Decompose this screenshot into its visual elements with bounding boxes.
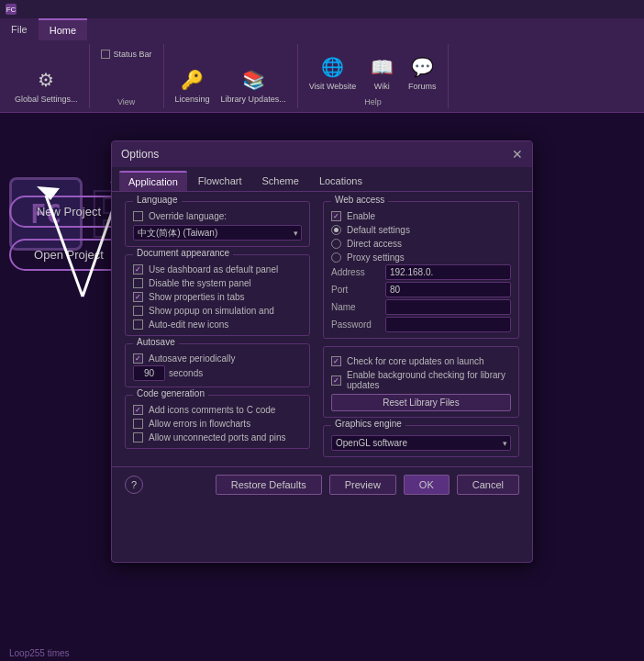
appearance-checkbox-4[interactable] bbox=[133, 319, 143, 330]
autosave-seconds-row: seconds bbox=[133, 365, 302, 381]
app-icon: FC bbox=[6, 4, 17, 15]
autosave-seconds-input[interactable] bbox=[133, 365, 165, 381]
tab-application[interactable]: Application bbox=[119, 171, 187, 191]
licensing-button[interactable]: 🔑 Licensing bbox=[172, 63, 214, 106]
radio-direct[interactable] bbox=[331, 239, 341, 249]
radio-direct-field: Direct access bbox=[331, 239, 511, 249]
code-gen-checkbox-2[interactable] bbox=[133, 432, 143, 443]
appearance-checkbox-1[interactable] bbox=[133, 278, 143, 288]
cancel-button[interactable]: Cancel bbox=[457, 475, 519, 495]
radio-default-label: Default settings bbox=[347, 225, 410, 235]
licensing-items: 🔑 Licensing 📚 Library Updates... bbox=[172, 63, 290, 106]
code-gen-checkbox-0[interactable]: ✓ bbox=[133, 405, 143, 415]
radio-direct-label: Direct access bbox=[347, 239, 402, 249]
status-bar-button[interactable]: Status Bar bbox=[97, 48, 156, 61]
main-area: FC FLOWCODE New Project Open Project Loo… bbox=[0, 113, 644, 661]
code-gen-checkbox-1[interactable] bbox=[133, 419, 143, 429]
enable-bg-label: Enable background checking for library u… bbox=[347, 370, 511, 390]
enable-checkbox[interactable]: ✓ bbox=[331, 211, 341, 221]
autosave-label: Autosave periodically bbox=[149, 353, 236, 364]
global-items: ⚙ Global Settings... bbox=[11, 63, 82, 106]
library-updates-icon: 📚 bbox=[239, 65, 268, 95]
group-licensing: 🔑 Licensing 📚 Library Updates... bbox=[168, 44, 298, 108]
check-core-field: ✓ Check for core updates on launch bbox=[331, 356, 511, 366]
restore-defaults-button[interactable]: Restore Defaults bbox=[216, 475, 322, 495]
tab-flowchart[interactable]: Flowchart bbox=[189, 171, 251, 191]
global-settings-button[interactable]: ⚙ Global Settings... bbox=[11, 63, 82, 106]
forums-button[interactable]: 💬 Forums bbox=[404, 50, 440, 94]
visit-website-button[interactable]: 🌐 Visit Website bbox=[305, 50, 361, 94]
address-input[interactable] bbox=[385, 264, 511, 280]
web-access-title: Web access bbox=[331, 195, 388, 205]
password-input[interactable] bbox=[385, 317, 511, 332]
language-title: Language bbox=[133, 195, 182, 205]
address-label: Address bbox=[331, 267, 382, 277]
reset-library-button[interactable]: Reset Library Files bbox=[331, 394, 511, 411]
dialog-close-button[interactable]: ✕ bbox=[512, 147, 523, 162]
override-language-label: Override language: bbox=[149, 211, 227, 221]
tab-scheme[interactable]: Scheme bbox=[253, 171, 308, 191]
autosave-field: ✓ Autosave periodically bbox=[133, 353, 302, 364]
preview-button[interactable]: Preview bbox=[329, 475, 396, 495]
library-updates-button[interactable]: 📚 Library Updates... bbox=[217, 63, 290, 106]
password-label: Password bbox=[331, 319, 382, 330]
radio-proxy-field: Proxy settings bbox=[331, 252, 511, 263]
override-language-checkbox[interactable] bbox=[133, 211, 143, 221]
help-button[interactable]: ? bbox=[125, 476, 143, 494]
port-label: Port bbox=[331, 285, 382, 295]
port-input[interactable] bbox=[385, 282, 511, 297]
language-select-wrapper: 中文(简体) (Taiwan) ▾ bbox=[133, 225, 302, 241]
autosave-section: Autosave ✓ Autosave periodically seconds bbox=[125, 343, 310, 387]
address-row: Address bbox=[331, 264, 511, 280]
appearance-label-2: Show properties in tabs bbox=[149, 292, 245, 302]
enable-bg-checkbox[interactable]: ✓ bbox=[331, 375, 341, 386]
radio-proxy[interactable] bbox=[331, 252, 341, 263]
name-row: Name bbox=[331, 299, 511, 315]
enable-bg-field: ✓ Enable background checking for library… bbox=[331, 370, 511, 390]
language-section: Language Override language: 中文(简体) (Taiw… bbox=[125, 201, 310, 247]
appearance-item-2: ✓ Show properties in tabs bbox=[133, 292, 302, 302]
language-select[interactable]: 中文(简体) (Taiwan) bbox=[133, 225, 302, 241]
ok-button[interactable]: OK bbox=[404, 475, 450, 495]
radio-default[interactable] bbox=[331, 225, 341, 235]
appearance-label-0: Use dashboard as default panel bbox=[149, 264, 278, 274]
dialog-overlay: Options ✕ Application Flowchart Scheme L… bbox=[0, 113, 644, 661]
radio-default-field: Default settings bbox=[331, 225, 511, 235]
help-label: Help bbox=[364, 97, 382, 108]
appearance-label-3: Show popup on simulation and bbox=[149, 306, 274, 316]
dialog-footer: ? Restore Defaults Preview OK Cancel bbox=[112, 466, 532, 502]
group-view: Status Bar View bbox=[94, 44, 164, 108]
enable-label: Enable bbox=[347, 211, 375, 221]
tab-file[interactable]: File bbox=[0, 18, 39, 40]
code-gen-item-1: Allow errors in flowcharts bbox=[133, 419, 302, 429]
dialog-right-col: Web access ✓ Enable Default settings Dir… bbox=[323, 201, 519, 457]
ribbon: File Home ⚙ Global Settings... Status Ba… bbox=[0, 18, 644, 113]
view-items: Status Bar bbox=[97, 44, 156, 95]
name-input[interactable] bbox=[385, 299, 511, 315]
appearance-checkbox-2[interactable]: ✓ bbox=[133, 292, 143, 302]
appearance-item-0: ✓ Use dashboard as default panel bbox=[133, 264, 302, 274]
appearance-label-4: Auto-edit new icons bbox=[149, 319, 228, 330]
autosave-checkbox[interactable]: ✓ bbox=[133, 353, 143, 364]
check-core-checkbox[interactable]: ✓ bbox=[331, 356, 341, 366]
override-language-field: Override language: bbox=[133, 211, 302, 221]
code-gen-item-2: Allow unconnected ports and pins bbox=[133, 432, 302, 443]
wiki-icon: 📖 bbox=[367, 52, 396, 82]
port-row: Port bbox=[331, 282, 511, 297]
code-gen-section: Code generation ✓ Add icons comments to … bbox=[125, 395, 310, 449]
wiki-button[interactable]: 📖 Wiki bbox=[363, 50, 400, 94]
appearance-item-3: Show popup on simulation and bbox=[133, 306, 302, 316]
graphics-title: Graphics engine bbox=[331, 419, 405, 429]
seconds-label: seconds bbox=[169, 368, 203, 378]
tab-home[interactable]: Home bbox=[39, 18, 87, 40]
tab-locations[interactable]: Locations bbox=[310, 171, 372, 191]
appearance-checkbox-3[interactable] bbox=[133, 306, 143, 316]
appearance-checkbox-0[interactable]: ✓ bbox=[133, 264, 143, 274]
code-gen-item-0: ✓ Add icons comments to C code bbox=[133, 405, 302, 415]
graphics-select[interactable]: OpenGL softwareOpenGL hardwareSoftware bbox=[331, 435, 511, 451]
global-settings-icon: ⚙ bbox=[31, 65, 61, 95]
code-gen-label-2: Allow unconnected ports and pins bbox=[149, 432, 286, 443]
footer-buttons: Restore Defaults Preview OK Cancel bbox=[216, 475, 519, 495]
radio-proxy-label: Proxy settings bbox=[347, 252, 405, 263]
dialog-tabs: Application Flowchart Scheme Locations bbox=[112, 167, 532, 192]
